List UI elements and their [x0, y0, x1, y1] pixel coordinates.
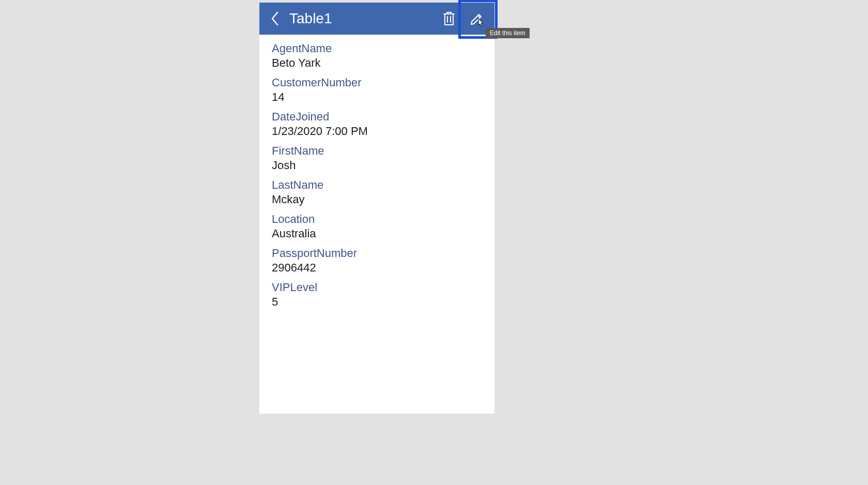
field-location: Location Australia [272, 213, 482, 240]
form-body: AgentName Beto Yark CustomerNumber 14 Da… [259, 35, 494, 414]
field-datejoined: DateJoined 1/23/2020 7:00 PM [272, 110, 482, 138]
edit-button[interactable] [467, 8, 487, 29]
field-agentname: AgentName Beto Yark [272, 42, 482, 70]
field-value: Mckay [272, 193, 482, 206]
page-title: Table1 [289, 10, 439, 27]
field-label: PassportNumber [272, 247, 482, 260]
field-value: 1/23/2020 7:00 PM [272, 125, 482, 138]
field-customernumber: CustomerNumber 14 [272, 76, 482, 104]
field-label: LastName [272, 178, 482, 192]
field-label: FirstName [272, 144, 482, 158]
field-value: 2906442 [272, 261, 482, 275]
header-actions [439, 8, 489, 29]
field-value: Australia [272, 227, 482, 240]
field-label: DateJoined [272, 110, 482, 124]
field-firstname: FirstName Josh [272, 144, 482, 172]
field-value: Josh [272, 159, 482, 172]
field-value: 14 [272, 90, 482, 104]
field-label: AgentName [272, 42, 482, 55]
field-label: VIPLevel [272, 281, 482, 294]
app-header: Table1 [259, 3, 494, 35]
app-frame: Table1 AgentName Beto Yark CustomerNumbe… [259, 3, 494, 414]
field-lastname: LastName Mckay [272, 178, 482, 206]
chevron-left-icon [270, 11, 280, 26]
field-passportnumber: PassportNumber 2906442 [272, 247, 482, 275]
field-label: CustomerNumber [272, 76, 482, 89]
delete-button[interactable] [439, 8, 459, 29]
pencil-icon [470, 11, 484, 26]
field-viplevel: VIPLevel 5 [272, 281, 482, 309]
trash-icon [442, 11, 456, 26]
back-button[interactable] [265, 8, 285, 29]
edit-tooltip: Edit this item [486, 28, 530, 38]
field-value: Beto Yark [272, 56, 482, 70]
field-value: 5 [272, 295, 482, 309]
field-label: Location [272, 213, 482, 226]
